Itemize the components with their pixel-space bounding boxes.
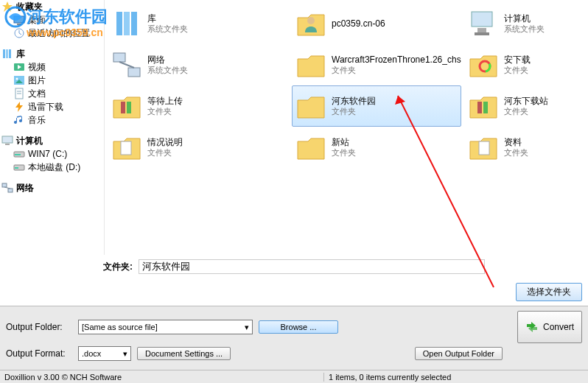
chevron-down-icon: ▾ <box>245 323 249 332</box>
browse-button[interactable]: Browse ... <box>259 320 338 334</box>
folder-name-row: 文件夹: <box>0 255 588 278</box>
navigation-tree: 收藏夹 桌面 最近访问的位置 库 视频 图片 文档 迅雷下载 音乐 计算机 WI… <box>0 0 105 267</box>
tree-desktop[interactable]: 桌面 <box>0 13 104 27</box>
file-user-pc0359[interactable]: pc0359.cn-06 <box>292 3 461 44</box>
svg-rect-43 <box>479 141 489 155</box>
svg-marker-16 <box>15 102 23 112</box>
svg-rect-28 <box>131 12 137 35</box>
file-pending-upload[interactable]: 等待上传文件夹 <box>108 85 255 127</box>
folder-label: 文件夹: <box>103 261 133 273</box>
svg-line-31 <box>119 62 134 68</box>
svg-rect-5 <box>3 49 5 58</box>
status-version: Doxillion v 3.00 © NCH Software <box>0 373 324 382</box>
svg-rect-22 <box>15 167 18 169</box>
svg-rect-27 <box>124 12 130 35</box>
svg-point-11 <box>16 78 18 80</box>
svg-line-25 <box>4 187 10 189</box>
convert-button[interactable]: Convert <box>517 311 582 343</box>
svg-rect-41 <box>477 102 482 113</box>
status-selection: 1 items, 0 items currently selected <box>324 373 451 382</box>
tree-videos[interactable]: 视频 <box>0 60 104 74</box>
explorer-main: 收藏夹 桌面 最近访问的位置 库 视频 图片 文档 迅雷下载 音乐 计算机 WI… <box>0 0 588 267</box>
file-materials[interactable]: 资料文件夹 <box>464 127 567 168</box>
svg-rect-42 <box>483 102 488 113</box>
folder-name-input[interactable] <box>139 259 485 274</box>
output-panel: Output Folder: [Same as source file]▾ Br… <box>0 306 588 370</box>
tree-libraries[interactable]: 库 <box>0 47 104 60</box>
file-hedong-download[interactable]: 河东下载站文件夹 <box>464 85 567 127</box>
svg-marker-1 <box>2 1 13 12</box>
file-newsite[interactable]: 新站文件夹 <box>292 127 461 168</box>
file-andownload[interactable]: 安下载文件夹 <box>464 44 567 85</box>
svg-rect-38 <box>475 32 489 35</box>
svg-rect-2 <box>14 16 24 23</box>
tree-network[interactable]: 网络 <box>0 181 104 194</box>
file-warcraft[interactable]: Warcraft3FrozenThrone1.26_chs文件夹 <box>292 44 461 85</box>
tree-computer[interactable]: 计算机 <box>0 134 104 147</box>
svg-rect-6 <box>6 49 8 58</box>
output-folder-label: Output Folder: <box>6 322 72 332</box>
document-settings-button[interactable]: Document Settings ... <box>137 347 231 360</box>
convert-icon <box>525 320 539 334</box>
svg-rect-29 <box>113 53 125 62</box>
svg-rect-23 <box>2 183 7 187</box>
svg-rect-7 <box>9 49 11 58</box>
file-library[interactable]: 库系统文件夹 <box>108 3 255 44</box>
open-output-folder-button[interactable]: Open Output Folder <box>415 347 503 360</box>
chevron-down-icon: ▾ <box>123 349 127 359</box>
output-format-combo[interactable]: .docx▾ <box>78 346 131 361</box>
tree-favorites[interactable]: 收藏夹 <box>0 0 104 13</box>
svg-rect-18 <box>5 144 10 145</box>
tree-recent[interactable]: 最近访问的位置 <box>0 27 104 40</box>
file-network[interactable]: 网络系统文件夹 <box>108 44 255 85</box>
tree-drive-d[interactable]: 本地磁盘 (D:) <box>0 161 104 174</box>
output-folder-combo[interactable]: [Same as source file]▾ <box>78 320 253 334</box>
file-situation[interactable]: 情况说明文件夹 <box>108 127 255 168</box>
svg-rect-20 <box>15 154 21 155</box>
svg-rect-34 <box>121 141 131 155</box>
tree-thunder[interactable]: 迅雷下载 <box>0 100 104 113</box>
svg-point-35 <box>307 17 315 24</box>
tree-drive-c[interactable]: WIN7 (C:) <box>0 147 104 161</box>
svg-rect-32 <box>121 102 125 113</box>
select-folder-button[interactable]: 选择文件夹 <box>516 283 582 301</box>
svg-rect-17 <box>2 136 13 143</box>
tree-documents[interactable]: 文档 <box>0 87 104 100</box>
svg-rect-36 <box>472 12 492 27</box>
svg-rect-3 <box>17 24 21 25</box>
file-hedong-selected[interactable]: 河东软件园文件夹 <box>292 85 461 127</box>
svg-rect-37 <box>477 28 486 32</box>
svg-rect-30 <box>128 68 140 77</box>
svg-rect-26 <box>116 12 122 35</box>
output-format-label: Output Format: <box>6 348 72 359</box>
status-bar: Doxillion v 3.00 © NCH Software 1 items,… <box>0 370 588 383</box>
tree-pictures[interactable]: 图片 <box>0 74 104 87</box>
svg-rect-33 <box>127 102 131 113</box>
file-computer[interactable]: 计算机系统文件夹 <box>464 3 567 44</box>
files-pane[interactable]: 库系统文件夹 网络系统文件夹 等待上传文件夹 情况说明文件夹 pc0359.cn… <box>105 0 588 267</box>
tree-music[interactable]: 音乐 <box>0 113 104 127</box>
svg-rect-24 <box>8 189 13 192</box>
